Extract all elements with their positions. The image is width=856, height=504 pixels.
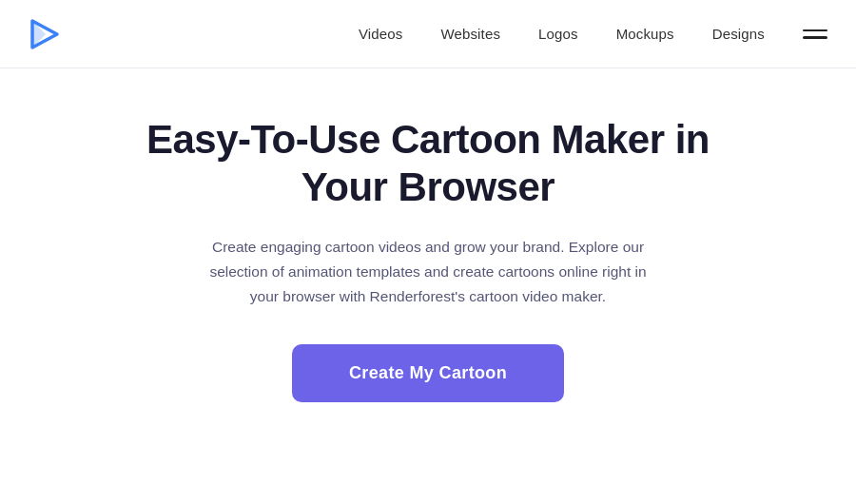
nav-item-videos[interactable]: Videos: [359, 26, 403, 43]
hero-title: Easy-To-Use Cartoon Maker in Your Browse…: [143, 116, 713, 212]
logo[interactable]: [29, 17, 63, 51]
hamburger-menu[interactable]: [803, 29, 827, 39]
hamburger-line-2: [803, 36, 827, 39]
nav-item-designs[interactable]: Designs: [712, 26, 765, 43]
nav-item-logos[interactable]: Logos: [538, 26, 578, 43]
logo-icon: [29, 17, 63, 51]
nav-item-websites[interactable]: Websites: [440, 26, 500, 43]
hero-subtitle: Create engaging cartoon videos and grow …: [209, 235, 647, 310]
nav-item-mockups[interactable]: Mockups: [616, 26, 674, 43]
nav-links: Videos Websites Logos Mockups Designs: [359, 26, 765, 43]
hamburger-line-1: [803, 29, 827, 32]
hero-section: Easy-To-Use Cartoon Maker in Your Browse…: [0, 68, 856, 440]
create-cartoon-button[interactable]: Create My Cartoon: [292, 344, 564, 402]
navbar: Videos Websites Logos Mockups Designs: [0, 0, 856, 68]
